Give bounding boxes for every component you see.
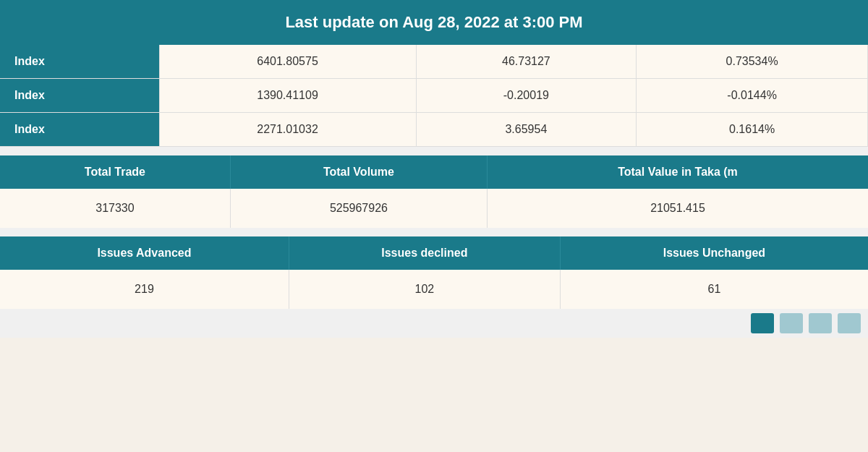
last-update-title: Last update on Aug 28, 2022 at 3:00 PM — [285, 13, 582, 31]
index-change-cell: 3.65954 — [416, 113, 637, 147]
index-change-cell: 46.73127 — [416, 45, 637, 79]
nav-btn-2[interactable] — [780, 313, 803, 333]
issues-value-cell: 219 — [0, 270, 289, 309]
stats-table: Total TradeTotal VolumeTotal Value in Ta… — [0, 155, 868, 228]
nav-btn-3[interactable] — [809, 313, 832, 333]
nav-btn-1[interactable] — [751, 313, 774, 333]
page-header: Last update on Aug 28, 2022 at 3:00 PM — [0, 0, 868, 45]
index-name-cell: Index — [0, 45, 159, 79]
index-name-cell: Index — [0, 113, 159, 147]
issues-header-cell: Issues Unchanged — [560, 236, 868, 270]
index-value-cell: 6401.80575 — [159, 45, 416, 79]
stats-value-cell: 317330 — [0, 189, 230, 228]
issues-value-cell: 102 — [289, 270, 560, 309]
stats-value-cell: 21051.415 — [488, 189, 869, 228]
section-divider-1 — [0, 147, 868, 155]
index-value-cell: 1390.41109 — [159, 79, 416, 113]
bottom-bar — [0, 309, 868, 338]
stats-header-cell: Total Volume — [230, 155, 487, 189]
section-divider-2 — [0, 228, 868, 236]
stats-header-cell: Total Trade — [0, 155, 230, 189]
nav-btn-4[interactable] — [838, 313, 861, 333]
stats-header-cell: Total Value in Taka (m — [488, 155, 869, 189]
main-container: Last update on Aug 28, 2022 at 3:00 PM I… — [0, 0, 868, 452]
table-row: Index 2271.01032 3.65954 0.1614% — [0, 113, 868, 147]
index-value-cell: 2271.01032 — [159, 113, 416, 147]
table-row: Index 1390.41109 -0.20019 -0.0144% — [0, 79, 868, 113]
table-row: Index 6401.80575 46.73127 0.73534% — [0, 45, 868, 79]
index-percent-cell: 0.1614% — [637, 113, 868, 147]
issues-header-cell: Issues Advanced — [0, 236, 289, 270]
index-percent-cell: 0.73534% — [637, 45, 868, 79]
index-percent-cell: -0.0144% — [637, 79, 868, 113]
issues-header-cell: Issues declined — [289, 236, 560, 270]
index-change-cell: -0.20019 — [416, 79, 637, 113]
index-table: Index 6401.80575 46.73127 0.73534% Index… — [0, 45, 868, 147]
index-name-cell: Index — [0, 79, 159, 113]
issues-table: Issues AdvancedIssues declinedIssues Unc… — [0, 236, 868, 309]
issues-value-cell: 61 — [560, 270, 868, 309]
stats-value-cell: 525967926 — [230, 189, 487, 228]
